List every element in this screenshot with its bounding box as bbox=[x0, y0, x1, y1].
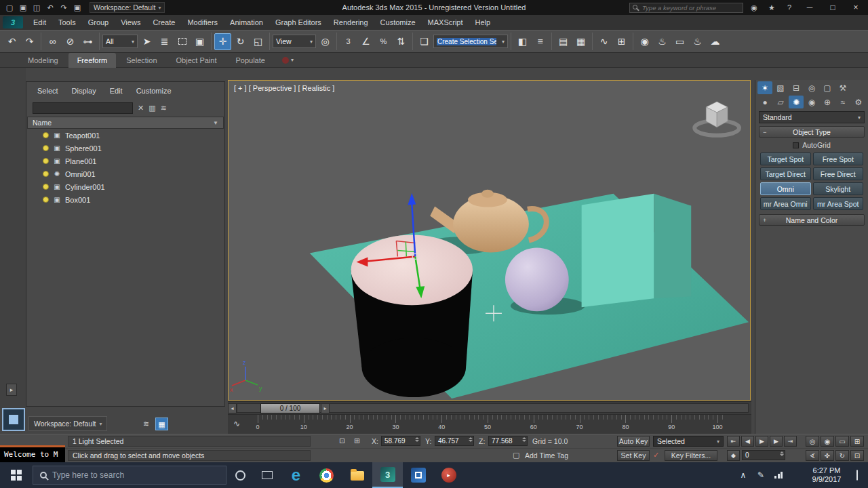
zoom-all-icon[interactable]: ◉ bbox=[821, 436, 834, 447]
category-shapes-icon[interactable]: ▱ bbox=[773, 96, 788, 108]
visibility-bulb-icon[interactable] bbox=[43, 184, 49, 190]
category-systems-icon[interactable]: ⚙ bbox=[851, 96, 866, 108]
select-by-name-icon[interactable]: ≣ bbox=[156, 33, 173, 50]
rendered-frame-window-icon[interactable]: ▭ bbox=[671, 33, 688, 50]
list-item-cylinder001[interactable]: ▣ Cylinder001 bbox=[26, 180, 224, 193]
maximize-viewport-icon[interactable]: ⊡ bbox=[850, 450, 864, 461]
select-and-rotate-icon[interactable]: ↻ bbox=[232, 33, 249, 50]
menu-edit[interactable]: Edit bbox=[27, 15, 52, 30]
menu-maxscript[interactable]: MAXScript bbox=[422, 15, 469, 30]
list-item-omni001[interactable]: ✺ Omni001 bbox=[26, 167, 224, 180]
track-bar[interactable]: ∿ 0 10 20 30 40 50 60 70 80 90 100 bbox=[228, 414, 751, 434]
view-cube[interactable] bbox=[694, 102, 739, 136]
zoom-extents-all-icon[interactable]: ⊞ bbox=[850, 436, 864, 447]
orbit-icon[interactable]: ↻ bbox=[835, 450, 849, 461]
open-file-icon[interactable]: ▣ bbox=[16, 3, 30, 12]
edit-named-selection-sets-icon[interactable]: ❏ bbox=[416, 33, 433, 50]
select-object-icon[interactable]: ➤ bbox=[138, 33, 155, 50]
redo-quick-icon[interactable]: ↷ bbox=[57, 3, 71, 12]
category-geometry-icon[interactable]: ● bbox=[757, 96, 772, 108]
taskbar-app-chrome[interactable] bbox=[311, 462, 342, 488]
target-direct-button[interactable]: Target Direct bbox=[760, 167, 811, 180]
mirror-icon[interactable]: ◧ bbox=[514, 33, 531, 50]
mr-area-omni-button[interactable]: mr Area Omni bbox=[760, 197, 811, 210]
mr-area-spot-button[interactable]: mr Area Spot bbox=[813, 197, 864, 210]
taskbar-app-recorder[interactable]: ▸ bbox=[433, 462, 464, 488]
layer-manager-icon[interactable]: ▤ bbox=[555, 33, 572, 50]
favorites-icon[interactable]: ★ bbox=[765, 3, 778, 12]
select-and-link-icon[interactable]: ∞ bbox=[44, 33, 61, 50]
rectangular-selection-region-icon[interactable] bbox=[174, 33, 191, 50]
maximize-button[interactable]: □ bbox=[823, 1, 842, 14]
keyword-search-input[interactable] bbox=[629, 3, 743, 13]
use-pivot-center-icon[interactable]: ◎ bbox=[317, 33, 334, 50]
task-view-button[interactable] bbox=[254, 462, 281, 488]
visibility-bulb-icon[interactable] bbox=[43, 145, 49, 151]
tab-modify-icon[interactable]: ▧ bbox=[773, 81, 788, 94]
zoom-extents-icon[interactable]: ▭ bbox=[835, 436, 849, 447]
a360-cloud-render-icon[interactable]: ☁ bbox=[707, 33, 724, 50]
reference-coordinate-dropdown[interactable]: View ▾ bbox=[273, 35, 316, 48]
free-spot-button[interactable]: Free Spot bbox=[813, 152, 864, 165]
box-object[interactable] bbox=[582, 194, 692, 308]
menu-rendering[interactable]: Rendering bbox=[328, 15, 374, 30]
se-menu-edit[interactable]: Edit bbox=[110, 87, 123, 95]
light-type-dropdown[interactable]: Standard ▾ bbox=[759, 111, 865, 123]
percent-snap-icon[interactable]: % bbox=[375, 33, 392, 50]
time-slider-handle[interactable]: 0 / 100 bbox=[260, 403, 320, 413]
time-tag-icon[interactable]: ▢ bbox=[513, 451, 519, 460]
undo-icon[interactable]: ↶ bbox=[3, 33, 20, 50]
viewport-label[interactable]: [ + ] [ Perspective ] [ Realistic ] bbox=[234, 84, 334, 92]
select-and-scale-icon[interactable]: ◱ bbox=[250, 33, 267, 50]
align-icon[interactable]: ≡ bbox=[532, 33, 549, 50]
menu-group[interactable]: Group bbox=[82, 15, 115, 30]
minimize-button[interactable]: ─ bbox=[800, 1, 819, 14]
category-spacewarps-icon[interactable]: ≈ bbox=[835, 96, 850, 108]
workspace-dropdown[interactable]: Workspace: Default ▾ bbox=[90, 2, 165, 13]
curve-editor-icon[interactable]: ∿ bbox=[595, 33, 612, 50]
list-item-box001[interactable]: ▣ Box001 bbox=[26, 193, 224, 206]
taskbar-app-edge[interactable]: e bbox=[281, 462, 311, 488]
key-mode-toggle-button[interactable]: ◆ bbox=[727, 450, 740, 461]
tray-expand-icon[interactable]: ∧ bbox=[735, 470, 751, 480]
welcome-window-fragment[interactable]: Welcome to M bbox=[0, 445, 65, 462]
menu-modifiers[interactable]: Modifiers bbox=[181, 15, 224, 30]
close-button[interactable]: × bbox=[846, 1, 865, 14]
taskbar-clock[interactable]: 6:27 PM 9/9/2017 bbox=[806, 466, 848, 484]
category-cameras-icon[interactable]: ◉ bbox=[804, 96, 819, 108]
taskbar-search-box[interactable]: Type here to search bbox=[33, 466, 226, 485]
spinner-icon[interactable] bbox=[780, 451, 784, 456]
clear-search-icon[interactable]: ✕ bbox=[138, 104, 144, 113]
menu-customize[interactable]: Customize bbox=[374, 15, 422, 30]
workspaces-icon[interactable]: ≋ bbox=[140, 418, 153, 430]
key-mode-dropdown[interactable]: Selected ▾ bbox=[653, 436, 724, 447]
named-selection-sets-dropdown[interactable]: Create Selection Se ▾ bbox=[433, 35, 508, 48]
taskbar-app-blue[interactable] bbox=[403, 462, 433, 488]
layout-grid-icon[interactable]: ▦ bbox=[155, 418, 168, 430]
render-production-icon[interactable]: ♨ bbox=[689, 33, 706, 50]
help-icon[interactable]: ? bbox=[783, 3, 796, 12]
network-icon[interactable] bbox=[770, 472, 787, 479]
ribbon-tab-populate[interactable]: Populate bbox=[226, 53, 273, 68]
current-frame-field[interactable]: 0 bbox=[742, 450, 785, 460]
save-file-icon[interactable]: ◫ bbox=[30, 3, 43, 12]
render-setup-icon[interactable]: ♨ bbox=[654, 33, 671, 50]
tab-utilities-icon[interactable]: ⚒ bbox=[835, 81, 850, 94]
spinner-snap-icon[interactable]: ⇅ bbox=[393, 33, 410, 50]
z-coordinate-field[interactable]: 77.568 bbox=[488, 436, 528, 446]
name-and-color-rollout[interactable]: + Name and Color bbox=[759, 214, 865, 226]
ribbon-tab-object-paint[interactable]: Object Paint bbox=[167, 53, 226, 68]
ribbon-tab-freeform[interactable]: Freeform bbox=[68, 53, 117, 68]
target-spot-button[interactable]: Target Spot bbox=[760, 152, 811, 165]
select-and-move-icon[interactable]: ✛ bbox=[214, 33, 231, 50]
action-center-button[interactable] bbox=[849, 470, 865, 480]
category-helpers-icon[interactable]: ⊕ bbox=[820, 96, 835, 108]
list-item-teapot001[interactable]: ▣ Teapot001 bbox=[26, 129, 224, 142]
skylight-button[interactable]: Skylight bbox=[813, 182, 864, 195]
cortana-button[interactable] bbox=[226, 462, 254, 488]
selection-filter-dropdown[interactable]: All ▾ bbox=[102, 35, 138, 48]
explorer-options-icon[interactable]: ≋ bbox=[161, 104, 167, 113]
menu-animation[interactable]: Animation bbox=[224, 15, 269, 30]
material-editor-icon[interactable]: ◉ bbox=[636, 33, 653, 50]
free-direct-button[interactable]: Free Direct bbox=[813, 167, 864, 180]
